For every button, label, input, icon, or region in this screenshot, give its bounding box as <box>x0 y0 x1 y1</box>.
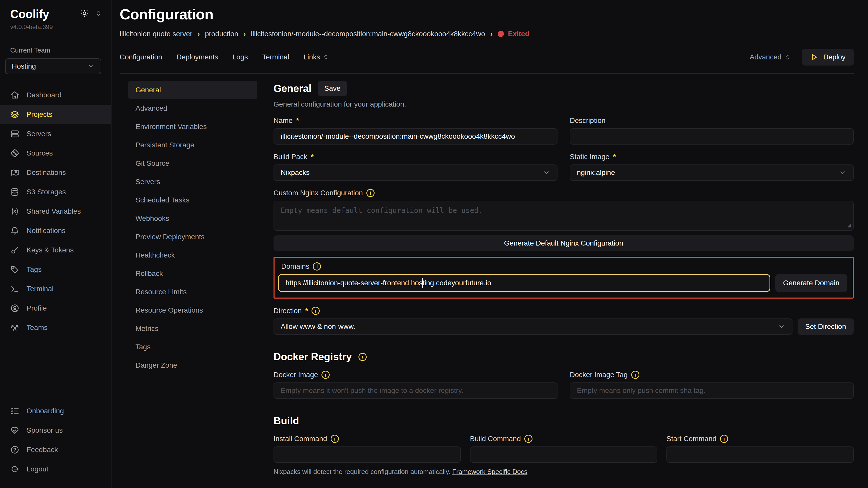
direction-select[interactable]: Allow www & non-www. <box>274 319 793 335</box>
submenu-servers[interactable]: Servers <box>128 173 257 191</box>
submenu-rollback[interactable]: Rollback <box>128 264 257 283</box>
domains-input[interactable] <box>278 274 770 292</box>
chevron-down-icon <box>543 169 550 176</box>
checklist-icon <box>10 406 20 416</box>
tab-logs[interactable]: Logs <box>232 53 248 61</box>
deploy-button[interactable]: Deploy <box>802 49 854 66</box>
sidebar-item-sponsor[interactable]: Sponsor us <box>0 421 111 440</box>
play-icon <box>810 53 818 61</box>
generate-domain-button[interactable]: Generate Domain <box>775 274 847 292</box>
sidebar-item-shared-variables[interactable]: Shared Variables <box>0 202 111 221</box>
direction-value: Allow www & non-www. <box>281 323 355 331</box>
generate-nginx-button[interactable]: Generate Default Nginx Configuration <box>274 235 854 251</box>
submenu-resource-limits[interactable]: Resource Limits <box>128 283 257 301</box>
info-icon: i <box>631 371 640 379</box>
submenu-git-source[interactable]: Git Source <box>128 154 257 173</box>
sidebar-item-onboarding[interactable]: Onboarding <box>0 401 111 421</box>
sidebar-item-logout[interactable]: Logout <box>0 459 111 479</box>
terminal-icon <box>10 284 20 293</box>
chevron-down-icon <box>839 169 846 176</box>
breadcrumb-application[interactable]: illicitestonion/-module--decomposition:m… <box>251 30 485 38</box>
submenu-metrics[interactable]: Metrics <box>128 320 257 338</box>
text-caret <box>422 278 423 288</box>
required-icon: * <box>613 153 616 161</box>
submenu-advanced[interactable]: Advanced <box>128 99 257 118</box>
sidebar-item-projects[interactable]: Projects <box>0 105 111 124</box>
submenu-persistent-storage[interactable]: Persistent Storage <box>128 136 257 154</box>
sidebar-footer: Onboarding Sponsor us Feedback Logout <box>0 401 111 479</box>
sidebar-item-keys-tokens[interactable]: Keys & Tokens <box>0 240 111 260</box>
static-image-select[interactable]: nginx:alpine <box>570 164 854 181</box>
framework-docs-link[interactable]: Framework Specific Docs <box>452 468 527 476</box>
domains-label: Domainsi <box>281 262 847 270</box>
submenu-resource-operations[interactable]: Resource Operations <box>128 301 257 320</box>
breadcrumb-environment[interactable]: production <box>205 30 238 38</box>
description-input[interactable] <box>570 128 854 144</box>
sidebar-item-destinations[interactable]: Destinations <box>0 163 111 182</box>
name-label: Name* <box>274 117 557 125</box>
install-command-input[interactable] <box>274 447 461 463</box>
main-content: Configuration illicitonion quote server … <box>112 0 868 488</box>
tab-bar: Configuration Deployments Logs Terminal … <box>120 49 854 74</box>
info-icon: i <box>321 371 330 379</box>
info-icon: i <box>312 307 320 315</box>
nginx-config-label: Custom Nginx Configurationi <box>274 189 854 197</box>
breadcrumb-project[interactable]: illicitonion quote server <box>120 30 192 38</box>
docker-image-input[interactable] <box>274 383 557 399</box>
breadcrumb-separator-icon: › <box>197 30 200 38</box>
name-input[interactable] <box>274 128 557 144</box>
sidebar: Coolify v4.0.0-beta.399 Current Team Hos… <box>0 0 112 488</box>
save-button[interactable]: Save <box>318 81 347 96</box>
config-submenu: General Advanced Environment Variables P… <box>128 81 257 488</box>
tab-configuration[interactable]: Configuration <box>120 53 162 61</box>
chevron-down-icon <box>88 63 95 70</box>
tab-deployments[interactable]: Deployments <box>177 53 218 61</box>
submenu-tags[interactable]: Tags <box>128 338 257 356</box>
submenu-webhooks[interactable]: Webhooks <box>128 209 257 228</box>
logout-icon <box>10 464 20 474</box>
info-icon: i <box>359 353 367 361</box>
submenu-scheduled-tasks[interactable]: Scheduled Tasks <box>128 191 257 209</box>
sidebar-item-notifications[interactable]: Notifications <box>0 221 111 240</box>
layers-icon <box>10 110 20 119</box>
section-title-docker-registry: Docker Registry <box>274 351 352 363</box>
docker-image-tag-label: Docker Image Tagi <box>570 371 854 379</box>
build-pack-select[interactable]: Nixpacks <box>274 164 557 181</box>
teams-icon <box>10 323 20 332</box>
chevrons-up-down-icon[interactable] <box>95 10 102 17</box>
required-icon: * <box>311 153 314 161</box>
sidebar-item-terminal[interactable]: Terminal <box>0 279 111 299</box>
nginx-config-textarea[interactable]: Empty means default configuration will b… <box>274 201 854 231</box>
tab-links[interactable]: Links <box>304 53 329 61</box>
breadcrumb-separator-icon: › <box>490 30 492 38</box>
sidebar-item-tags[interactable]: Tags <box>0 260 111 279</box>
general-form: General Save General configuration for y… <box>274 81 854 488</box>
sidebar-item-dashboard[interactable]: Dashboard <box>0 86 111 105</box>
static-image-value: nginx:alpine <box>577 168 615 177</box>
start-command-input[interactable] <box>666 447 854 463</box>
sidebar-item-feedback[interactable]: Feedback <box>0 440 111 459</box>
docker-image-label: Docker Imagei <box>274 371 557 379</box>
sidebar-item-teams[interactable]: Teams <box>0 318 111 337</box>
submenu-danger-zone[interactable]: Danger Zone <box>128 356 257 375</box>
submenu-general[interactable]: General <box>128 81 257 99</box>
resize-handle-icon[interactable]: ◢ <box>847 222 851 229</box>
sidebar-item-s3-storages[interactable]: S3 Storages <box>0 182 111 202</box>
sidebar-item-profile[interactable]: Profile <box>0 299 111 318</box>
advanced-dropdown[interactable]: Advanced <box>750 53 791 61</box>
theme-sun-icon[interactable] <box>81 9 89 17</box>
info-icon: i <box>720 435 728 443</box>
submenu-healthcheck[interactable]: Healthcheck <box>128 246 257 264</box>
build-command-input[interactable] <box>470 447 657 463</box>
build-command-label: Build Commandi <box>470 435 657 443</box>
team-select[interactable]: Hosting <box>5 58 101 74</box>
tab-terminal[interactable]: Terminal <box>262 53 289 61</box>
sidebar-item-servers[interactable]: Servers <box>0 124 111 143</box>
sidebar-item-sources[interactable]: Sources <box>0 143 111 163</box>
set-direction-button[interactable]: Set Direction <box>798 319 854 335</box>
docker-image-tag-input[interactable] <box>570 383 854 399</box>
submenu-preview-deployments[interactable]: Preview Deployments <box>128 228 257 246</box>
heart-icon <box>10 426 20 435</box>
info-icon: i <box>313 262 321 270</box>
submenu-environment-variables[interactable]: Environment Variables <box>128 118 257 136</box>
